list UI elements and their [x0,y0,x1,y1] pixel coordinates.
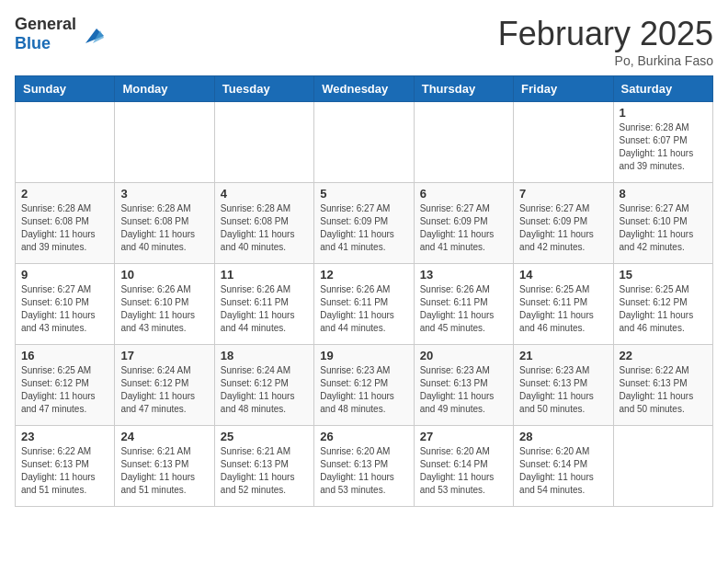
day-number: 8 [620,187,707,201]
month-title: February 2025 [498,15,713,53]
calendar-cell: 25Sunrise: 6:21 AM Sunset: 6:13 PM Dayli… [214,426,313,507]
day-number: 24 [120,430,208,443]
day-info: Sunrise: 6:27 AM Sunset: 6:10 PM Dayligh… [620,202,707,254]
day-info: Sunrise: 6:28 AM Sunset: 6:08 PM Dayligh… [21,202,108,254]
calendar-cell: 6Sunrise: 6:27 AM Sunset: 6:09 PM Daylig… [414,183,513,264]
day-number: 25 [221,430,308,443]
day-info: Sunrise: 6:26 AM Sunset: 6:11 PM Dayligh… [420,283,507,335]
logo-general: General [15,15,76,33]
calendar-week-4: 16Sunrise: 6:25 AM Sunset: 6:12 PM Dayli… [16,345,713,426]
calendar-cell: 23Sunrise: 6:22 AM Sunset: 6:13 PM Dayli… [16,426,115,507]
day-info: Sunrise: 6:23 AM Sunset: 6:12 PM Dayligh… [320,364,407,416]
day-info: Sunrise: 6:20 AM Sunset: 6:14 PM Dayligh… [420,445,507,497]
logo: General Blue [15,15,104,53]
calendar-cell: 27Sunrise: 6:20 AM Sunset: 6:14 PM Dayli… [414,426,513,507]
weekday-header-wednesday: Wednesday [314,76,414,102]
calendar-body: 1Sunrise: 6:28 AM Sunset: 6:07 PM Daylig… [16,102,713,507]
day-info: Sunrise: 6:27 AM Sunset: 6:10 PM Dayligh… [21,283,108,335]
day-number: 3 [120,187,208,201]
day-info: Sunrise: 6:27 AM Sunset: 6:09 PM Dayligh… [320,202,407,254]
calendar-cell: 10Sunrise: 6:26 AM Sunset: 6:10 PM Dayli… [115,264,214,345]
calendar-cell: 2Sunrise: 6:28 AM Sunset: 6:08 PM Daylig… [16,183,115,264]
calendar-cell: 28Sunrise: 6:20 AM Sunset: 6:14 PM Dayli… [514,426,613,507]
weekday-header-saturday: Saturday [613,76,712,102]
day-info: Sunrise: 6:26 AM Sunset: 6:10 PM Dayligh… [120,283,208,335]
calendar-cell: 15Sunrise: 6:25 AM Sunset: 6:12 PM Dayli… [613,264,712,345]
calendar-cell: 4Sunrise: 6:28 AM Sunset: 6:08 PM Daylig… [214,183,313,264]
calendar-cell [414,102,513,183]
day-info: Sunrise: 6:21 AM Sunset: 6:13 PM Dayligh… [120,445,208,497]
logo-blue: Blue [15,34,51,52]
calendar-cell: 20Sunrise: 6:23 AM Sunset: 6:13 PM Dayli… [414,345,513,426]
day-info: Sunrise: 6:28 AM Sunset: 6:08 PM Dayligh… [221,202,308,254]
calendar-cell: 7Sunrise: 6:27 AM Sunset: 6:09 PM Daylig… [514,183,613,264]
calendar-cell [214,102,313,183]
calendar-cell: 1Sunrise: 6:28 AM Sunset: 6:07 PM Daylig… [613,102,712,183]
day-number: 22 [620,349,707,362]
day-info: Sunrise: 6:21 AM Sunset: 6:13 PM Dayligh… [221,445,308,497]
calendar-cell: 12Sunrise: 6:26 AM Sunset: 6:11 PM Dayli… [314,264,414,345]
calendar-cell [514,102,613,183]
calendar-cell: 16Sunrise: 6:25 AM Sunset: 6:12 PM Dayli… [16,345,115,426]
logo-icon [78,21,104,47]
day-number: 16 [21,349,108,362]
day-info: Sunrise: 6:25 AM Sunset: 6:12 PM Dayligh… [620,283,707,335]
day-number: 5 [320,187,407,201]
calendar-cell: 13Sunrise: 6:26 AM Sunset: 6:11 PM Dayli… [414,264,513,345]
calendar-week-2: 2Sunrise: 6:28 AM Sunset: 6:08 PM Daylig… [16,183,713,264]
calendar-cell: 5Sunrise: 6:27 AM Sunset: 6:09 PM Daylig… [314,183,414,264]
calendar-cell: 14Sunrise: 6:25 AM Sunset: 6:11 PM Dayli… [514,264,613,345]
day-info: Sunrise: 6:25 AM Sunset: 6:11 PM Dayligh… [519,283,607,335]
day-info: Sunrise: 6:24 AM Sunset: 6:12 PM Dayligh… [120,364,208,416]
weekday-header-friday: Friday [514,76,613,102]
day-number: 6 [420,187,507,201]
day-number: 12 [320,268,407,282]
weekday-header-sunday: Sunday [16,76,115,102]
day-number: 21 [519,349,607,362]
page-header: General Blue February 2025 Po, Burkina F… [15,15,713,68]
day-number: 17 [120,349,208,362]
day-number: 27 [420,430,507,443]
calendar-cell [115,102,214,183]
day-info: Sunrise: 6:26 AM Sunset: 6:11 PM Dayligh… [320,283,407,335]
day-info: Sunrise: 6:22 AM Sunset: 6:13 PM Dayligh… [620,364,707,416]
day-number: 13 [420,268,507,282]
calendar: SundayMondayTuesdayWednesdayThursdayFrid… [15,75,713,507]
calendar-cell [613,426,712,507]
day-info: Sunrise: 6:27 AM Sunset: 6:09 PM Dayligh… [420,202,507,254]
day-info: Sunrise: 6:28 AM Sunset: 6:07 PM Dayligh… [620,121,707,173]
day-number: 10 [120,268,208,282]
location: Po, Burkina Faso [498,53,713,68]
day-info: Sunrise: 6:22 AM Sunset: 6:13 PM Dayligh… [21,445,108,497]
calendar-cell: 8Sunrise: 6:27 AM Sunset: 6:10 PM Daylig… [613,183,712,264]
day-number: 2 [21,187,108,201]
calendar-cell: 9Sunrise: 6:27 AM Sunset: 6:10 PM Daylig… [16,264,115,345]
day-number: 26 [320,430,407,443]
day-info: Sunrise: 6:26 AM Sunset: 6:11 PM Dayligh… [221,283,308,335]
day-info: Sunrise: 6:23 AM Sunset: 6:13 PM Dayligh… [519,364,607,416]
day-number: 4 [221,187,308,201]
day-number: 19 [320,349,407,362]
calendar-week-5: 23Sunrise: 6:22 AM Sunset: 6:13 PM Dayli… [16,426,713,507]
calendar-week-3: 9Sunrise: 6:27 AM Sunset: 6:10 PM Daylig… [16,264,713,345]
day-number: 11 [221,268,308,282]
calendar-cell: 19Sunrise: 6:23 AM Sunset: 6:12 PM Dayli… [314,345,414,426]
day-number: 9 [21,268,108,282]
day-number: 15 [620,268,707,282]
day-number: 18 [221,349,308,362]
calendar-cell: 26Sunrise: 6:20 AM Sunset: 6:13 PM Dayli… [314,426,414,507]
weekday-header-row: SundayMondayTuesdayWednesdayThursdayFrid… [16,76,713,102]
calendar-cell: 17Sunrise: 6:24 AM Sunset: 6:12 PM Dayli… [115,345,214,426]
weekday-header-thursday: Thursday [414,76,513,102]
day-number: 1 [620,106,707,120]
calendar-cell: 21Sunrise: 6:23 AM Sunset: 6:13 PM Dayli… [514,345,613,426]
weekday-header-monday: Monday [115,76,214,102]
day-number: 23 [21,430,108,443]
day-number: 20 [420,349,507,362]
title-area: February 2025 Po, Burkina Faso [498,15,713,68]
day-info: Sunrise: 6:20 AM Sunset: 6:13 PM Dayligh… [320,445,407,497]
day-number: 7 [519,187,607,201]
day-number: 14 [519,268,607,282]
weekday-header-tuesday: Tuesday [214,76,313,102]
calendar-cell: 11Sunrise: 6:26 AM Sunset: 6:11 PM Dayli… [214,264,313,345]
